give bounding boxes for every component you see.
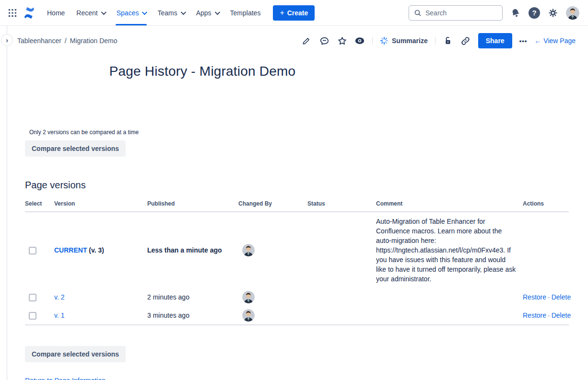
delete-link[interactable]: Delete <box>552 293 571 301</box>
version-checkbox[interactable] <box>29 247 36 254</box>
create-button[interactable]: + Create <box>273 5 315 21</box>
chevron-right-icon: › <box>6 36 8 44</box>
compare-note: Only 2 versions can be compared at a tim… <box>29 129 588 136</box>
toolbar-divider <box>435 37 435 45</box>
versions-table: Select Version Published Changed By Stat… <box>25 197 569 325</box>
col-header-select: Select <box>25 197 54 212</box>
col-header-comment: Comment <box>376 197 523 212</box>
nav-item-apps[interactable]: Apps <box>190 0 224 25</box>
changed-by-avatar[interactable] <box>242 291 255 303</box>
action-separator: · <box>546 293 552 301</box>
status-cell <box>307 306 376 325</box>
published-time: 3 minutes ago <box>147 306 238 325</box>
actions-cell <box>523 212 569 288</box>
col-header-actions: Actions <box>523 197 569 212</box>
restore-link[interactable]: Restore <box>523 293 546 301</box>
nav-label: Apps <box>196 9 212 17</box>
changed-by-avatar[interactable] <box>242 309 255 322</box>
primary-nav: Home Recent Spaces Teams Apps Templates <box>41 0 266 25</box>
actions-cell: Restore·Delete <box>523 306 569 325</box>
compare-selected-versions-button-bottom[interactable]: Compare selected versions <box>25 346 126 362</box>
table-row-version-2: v. 2 2 minutes ago <box>25 288 569 306</box>
nav-item-templates[interactable]: Templates <box>224 0 267 25</box>
col-header-version: Version <box>54 197 147 212</box>
version-checkbox[interactable] <box>29 312 36 320</box>
version-link[interactable]: v. 1 <box>54 311 65 319</box>
return-to-page-information-link[interactable]: Return to Page Information <box>25 377 106 380</box>
published-time: 2 minutes ago <box>147 288 238 306</box>
summarize-label: Summarize <box>392 37 428 45</box>
nav-label: Spaces <box>117 9 139 17</box>
nav-label: Recent <box>76 9 97 17</box>
version-link-current[interactable]: CURRENT <box>54 246 87 254</box>
plus-icon: + <box>280 9 284 17</box>
share-button[interactable]: Share <box>478 33 512 48</box>
copy-link-icon[interactable] <box>460 35 471 46</box>
col-header-changed-by: Changed By <box>238 197 307 212</box>
sidebar-divider <box>7 26 7 380</box>
summarize-button[interactable]: Summarize <box>380 36 428 45</box>
published-time: Less than a minute ago <box>147 212 238 288</box>
version-comment: Auto-Migration of Table Enhancer for Con… <box>376 212 523 288</box>
table-row-version-3: CURRENT (v. 3) Less than a minute ago <box>25 212 569 288</box>
col-header-published: Published <box>147 197 238 212</box>
nav-label: Home <box>47 9 65 17</box>
nav-item-recent[interactable]: Recent <box>71 0 110 25</box>
edit-pencil-icon[interactable] <box>301 35 312 46</box>
user-avatar[interactable] <box>566 6 579 20</box>
changed-by-avatar[interactable] <box>242 244 255 256</box>
nav-label: Teams <box>157 9 177 17</box>
breadcrumb-page-link[interactable]: Migration Demo <box>70 37 118 45</box>
search-input[interactable] <box>425 9 497 17</box>
more-actions-icon[interactable]: ••• <box>519 37 528 45</box>
star-favorite-icon[interactable] <box>337 35 347 46</box>
version-comment <box>376 306 523 325</box>
delete-link[interactable]: Delete <box>552 311 571 319</box>
table-header-row: Select Version Published Changed By Stat… <box>25 197 569 212</box>
status-cell <box>307 288 376 306</box>
ai-sparkle-icon <box>380 36 388 45</box>
confluence-logo-icon[interactable] <box>21 5 37 21</box>
chevron-down-icon <box>214 9 220 14</box>
comment-icon[interactable] <box>319 35 329 46</box>
actions-cell: Restore·Delete <box>523 288 569 306</box>
help-icon[interactable]: ? <box>529 7 540 19</box>
page-title: Page History - Migration Demo <box>25 64 380 79</box>
nav-item-spaces[interactable]: Spaces <box>111 0 152 25</box>
notifications-bell-icon[interactable] <box>509 7 522 19</box>
top-navigation: Home Recent Spaces Teams Apps Templates … <box>0 0 588 26</box>
watch-eye-icon[interactable] <box>354 35 365 46</box>
expand-sidebar-button[interactable]: › <box>1 34 13 46</box>
breadcrumb-space-link[interactable]: Tableenhancer <box>17 37 61 45</box>
table-row-version-1: v. 1 3 minutes ago <box>25 306 569 325</box>
nav-item-teams[interactable]: Teams <box>152 0 190 25</box>
col-header-status: Status <box>307 197 376 212</box>
restore-link[interactable]: Restore <box>523 311 546 319</box>
version-number-label: (v. 3) <box>87 246 104 254</box>
create-button-label: Create <box>287 9 308 17</box>
unlock-restrictions-icon[interactable] <box>443 35 453 46</box>
version-checkbox[interactable] <box>29 294 36 301</box>
search-box[interactable] <box>409 5 503 21</box>
breadcrumb: Tableenhancer / Migration Demo <box>17 37 118 45</box>
page-content: › Tableenhancer / Migration Demo <box>0 26 588 380</box>
page-toolbar: Summarize Share ••• ← View Page <box>301 33 576 48</box>
breadcrumb-separator: / <box>65 37 67 45</box>
compare-selected-versions-button-top[interactable]: Compare selected versions <box>25 140 126 157</box>
chevron-down-icon <box>101 9 106 14</box>
version-comment <box>376 288 523 306</box>
back-arrow-icon: ← <box>534 37 541 45</box>
settings-gear-icon[interactable] <box>547 7 559 19</box>
action-separator: · <box>546 311 552 319</box>
page-versions-heading: Page versions <box>25 180 588 191</box>
search-icon <box>414 9 422 17</box>
nav-label: Templates <box>230 9 261 17</box>
version-link[interactable]: v. 2 <box>54 293 65 301</box>
chevron-down-icon <box>142 9 147 14</box>
toolbar-divider <box>372 37 373 45</box>
chevron-down-icon <box>180 9 186 14</box>
view-page-link[interactable]: ← View Page <box>534 37 576 45</box>
status-cell <box>307 212 376 288</box>
nav-item-home[interactable]: Home <box>41 0 71 25</box>
app-switcher-icon[interactable] <box>5 5 20 21</box>
